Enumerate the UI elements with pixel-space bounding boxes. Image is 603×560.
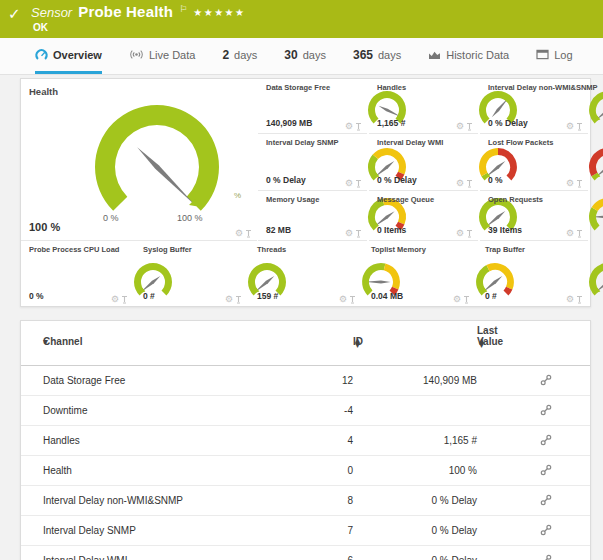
gauge-title: Memory Usage [266, 195, 319, 204]
channel-last-value: 100 % [449, 456, 477, 485]
gear-icon[interactable]: ⚙ [566, 122, 574, 131]
tab-historic-data[interactable]: Historic Data [428, 38, 509, 74]
pin-icon[interactable] [576, 122, 583, 131]
gauge-title: Probe Process CPU Load [29, 245, 119, 254]
pin-icon[interactable] [121, 295, 128, 304]
table-row-health: Health0100 % [21, 456, 590, 486]
pin-icon[interactable] [466, 122, 473, 131]
gauge-dial [582, 195, 603, 237]
channel-settings-icon[interactable] [540, 374, 552, 386]
gear-icon[interactable]: ⚙ [566, 295, 574, 304]
channel-settings-icon[interactable] [540, 434, 552, 446]
prtg-sensor-page: ✓ Sensor Probe Health ⚐ ★★★★★ OK Overvie… [0, 0, 603, 560]
tab-number: 30 [284, 48, 297, 62]
gauge-cell-open-requests[interactable]: Open Requests39 Items⚙ [480, 191, 588, 241]
pin-icon[interactable] [349, 295, 356, 304]
gear-icon[interactable]: ⚙ [456, 179, 464, 188]
gear-icon[interactable]: ⚙ [453, 295, 461, 304]
gear-icon[interactable]: ⚙ [111, 295, 119, 304]
gauge-cell-handles[interactable]: Handles1,165 #⚙ [369, 79, 478, 134]
gauge-title: Health [29, 86, 58, 97]
gauge-value: 0 % [29, 291, 44, 301]
channel-settings-icon[interactable] [540, 524, 552, 536]
pin-icon[interactable] [466, 179, 473, 188]
log-icon [536, 49, 549, 60]
broadcast-icon [129, 49, 144, 60]
gear-icon[interactable]: ⚙ [566, 229, 574, 238]
tab-overview[interactable]: Overview [35, 38, 102, 74]
gauge-value: 159 # [257, 291, 278, 301]
sensor-kind-label: Sensor [31, 5, 72, 20]
tab-log[interactable]: Log [536, 38, 572, 74]
gear-icon[interactable]: ⚙ [345, 229, 353, 238]
gear-icon[interactable]: ⚙ [225, 295, 233, 304]
gauge-title: Interval Delay SNMP [266, 138, 339, 147]
pin-icon[interactable] [245, 229, 252, 238]
channel-name-link[interactable]: Interval Delay non-WMI&SNMP [43, 486, 183, 515]
pin-icon[interactable] [466, 229, 473, 238]
channel-last-value: 0 % Delay [431, 486, 477, 515]
gauge-title: Syslog Buffer [143, 245, 192, 254]
channel-id: -4 [344, 396, 353, 425]
table-row-interval-delay-non-wmi-snmp: Interval Delay non-WMI&SNMP80 % Delay [21, 486, 590, 516]
table-header-row: Channel ▾ ID ▴▾ Last Value ▴▾ [21, 321, 590, 366]
channels-table-panel: Channel ▾ ID ▴▾ Last Value ▴▾ Data Stora… [20, 320, 591, 560]
tab-2-days[interactable]: 2days [222, 38, 257, 74]
tab-live-data[interactable]: Live Data [129, 38, 195, 74]
pin-icon[interactable] [463, 295, 470, 304]
gear-icon[interactable]: ⚙ [456, 122, 464, 131]
gauge-min-label: 0 % [103, 213, 119, 223]
channel-settings-icon[interactable] [540, 554, 552, 560]
gear-icon[interactable]: ⚙ [566, 179, 574, 188]
pin-icon[interactable] [576, 295, 583, 304]
gauge-cell-interval-delay-snmp[interactable]: Interval Delay SNMP0 % Delay⚙ [258, 134, 367, 191]
gauge-cell-interval-delay-wmi[interactable]: Interval Delay WMI0 % Delay⚙ [369, 134, 478, 191]
gauge-value: 0 % Delay [266, 175, 306, 185]
gauge-cell-trap-buffer[interactable]: Trap Buffer0 #⚙ [477, 241, 588, 306]
gauge-cell-probe-process-cpu-load[interactable]: Probe Process CPU Load0 %⚙ [21, 241, 133, 306]
gauge-cell-syslog-buffer[interactable]: Syslog Buffer0 #⚙ [135, 241, 247, 306]
tab-label: days [234, 49, 257, 61]
flag-icon[interactable]: ⚐ [179, 4, 187, 14]
gauge-value: 0 % [488, 175, 503, 185]
gear-icon[interactable]: ⚙ [345, 122, 353, 131]
priority-stars[interactable]: ★★★★★ [193, 7, 245, 18]
gear-icon[interactable]: ⚙ [345, 179, 353, 188]
pin-icon[interactable] [576, 179, 583, 188]
table-body: Data Storage Free12140,909 MBDowntime-4H… [21, 366, 590, 560]
gauge-cell-threads[interactable]: Threads159 #⚙ [249, 241, 361, 306]
gauge-cell-health[interactable]: Health0 %100 %%100 %⚙ [21, 79, 257, 241]
sort-both-icon: ▴▾ [479, 337, 484, 347]
gauge-cell-message-queue[interactable]: Message Queue0 Items⚙ [369, 191, 478, 241]
sensor-title: Probe Health [78, 3, 173, 20]
channel-settings-icon[interactable] [540, 494, 552, 506]
channel-name-link[interactable]: Data Storage Free [43, 366, 125, 395]
pin-icon[interactable] [355, 179, 362, 188]
channel-settings-icon[interactable] [540, 404, 552, 416]
channel-name-link[interactable]: Handles [43, 426, 80, 455]
pin-icon[interactable] [235, 295, 242, 304]
channel-name-link[interactable]: Downtime [43, 396, 87, 425]
gauge-title: Open Requests [488, 195, 543, 204]
pin-icon[interactable] [355, 229, 362, 238]
gear-icon[interactable]: ⚙ [339, 295, 347, 304]
gauge-cell-interval-delay-non-wmi-snmp[interactable]: Interval Delay non-WMI&SNMP0 % Delay⚙ [480, 79, 588, 134]
channel-name-link[interactable]: Health [43, 456, 72, 485]
gauge-cell-toplist-memory[interactable]: Toplist Memory0.04 MB⚙ [363, 241, 475, 306]
gauge-cell-lost-flow-packets[interactable]: Lost Flow Packets0 %⚙ [480, 134, 588, 191]
tab-365-days[interactable]: 365days [353, 38, 401, 74]
tab-30-days[interactable]: 30days [284, 38, 326, 74]
gear-icon[interactable]: ⚙ [456, 229, 464, 238]
table-row-interval-delay-wmi: Interval Delay WMI60 % Delay [21, 546, 590, 560]
pin-icon[interactable] [576, 229, 583, 238]
channel-settings-icon[interactable] [540, 464, 552, 476]
gauge-cell-data-storage-free[interactable]: Data Storage Free140,909 MB⚙ [258, 79, 367, 134]
gauge-title: Trap Buffer [485, 245, 525, 254]
table-row-downtime: Downtime-4 [21, 396, 590, 426]
channel-last-value: 0 % Delay [431, 516, 477, 545]
pin-icon[interactable] [355, 122, 362, 131]
gear-icon[interactable]: ⚙ [235, 229, 243, 238]
channel-name-link[interactable]: Interval Delay WMI [43, 546, 127, 560]
gauge-cell-memory-usage[interactable]: Memory Usage82 MB⚙ [258, 191, 367, 241]
channel-name-link[interactable]: Interval Delay SNMP [43, 516, 136, 545]
